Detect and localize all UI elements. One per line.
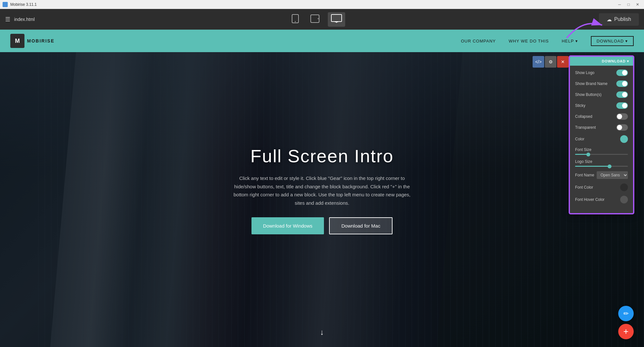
font-hover-color-row: Font Hover Color <box>575 196 628 203</box>
publish-button[interactable]: ☁ Publish <box>599 13 639 26</box>
add-block-fab-button[interactable]: + <box>618 324 634 339</box>
svg-rect-4 <box>331 14 342 22</box>
desktop-device-button[interactable] <box>328 12 345 27</box>
site-nav-links: OUR COMPANY WHY WE DO THIS HELP ▾ DOWNLO… <box>461 36 634 46</box>
logo-size-container: Logo Size <box>575 159 628 167</box>
font-size-track[interactable] <box>575 154 628 155</box>
logo-size-track[interactable] <box>575 166 628 167</box>
font-hover-color-swatch[interactable] <box>620 196 628 203</box>
download-mac-button[interactable]: Download for Mac <box>329 217 393 234</box>
publish-label: Publish <box>614 16 631 22</box>
show-logo-label: Show Logo <box>575 70 594 75</box>
close-button[interactable]: ✕ <box>634 1 641 8</box>
svg-point-1 <box>295 21 296 22</box>
svg-point-3 <box>317 18 318 19</box>
delete-button[interactable]: ✕ <box>557 56 569 68</box>
publish-cloud-icon: ☁ <box>607 16 612 23</box>
show-buttons-toggle[interactable] <box>616 91 628 98</box>
code-icon: </> <box>535 59 542 64</box>
nav-link-why[interactable]: WHY WE DO THIS <box>509 39 549 43</box>
main-area: M MOBIRISE OUR COMPANY WHY WE DO THIS HE… <box>0 30 644 347</box>
edit-fab-button[interactable]: ✏ <box>618 306 634 321</box>
title-bar-left: Mobirise 3.11.1 <box>3 2 37 7</box>
settings-panel-header: DOWNLOAD ▾ <box>570 57 633 66</box>
show-buttons-label: Show Button(s) <box>575 92 601 97</box>
show-brand-label: Show Brand Name <box>575 81 608 86</box>
font-name-row: Font Name Open Sans Roboto Lato Montserr… <box>575 171 628 179</box>
show-logo-toggle[interactable] <box>616 70 628 76</box>
transparent-row: Transparent <box>575 124 628 131</box>
sticky-toggle[interactable] <box>616 102 628 109</box>
font-name-label: Font Name <box>575 173 594 177</box>
collapsed-toggle-knob <box>617 114 622 119</box>
logo-size-fill <box>575 166 610 167</box>
toolbar-center <box>289 12 345 27</box>
show-buttons-row: Show Button(s) <box>575 91 628 98</box>
website-preview: M MOBIRISE OUR COMPANY WHY WE DO THIS HE… <box>0 30 644 347</box>
font-hover-color-label: Font Hover Color <box>575 197 604 202</box>
app-icon <box>3 2 8 7</box>
mobile-device-button[interactable] <box>289 12 302 27</box>
scroll-arrow-icon: ↓ <box>320 328 324 336</box>
logo-letter: M <box>15 38 20 44</box>
brand-name: MOBIRISE <box>27 38 54 43</box>
collapsed-label: Collapsed <box>575 114 592 119</box>
show-brand-row: Show Brand Name <box>575 80 628 87</box>
show-logo-row: Show Logo <box>575 70 628 76</box>
show-brand-toggle-knob <box>622 81 627 86</box>
site-logo-area: M MOBIRISE <box>10 34 54 48</box>
hamburger-icon[interactable]: ☰ <box>5 16 10 23</box>
app-toolbar: ☰ index.html ☁ Publish <box>0 9 644 30</box>
hero-section: Full Screen Intro Click any text to edit… <box>0 52 644 347</box>
nav-download-button[interactable]: DOWNLOAD ▾ <box>591 36 634 46</box>
app-title: Mobirise 3.11.1 <box>10 2 37 7</box>
font-size-thumb[interactable] <box>586 153 590 156</box>
toolbar-right: ☁ Publish <box>599 13 639 26</box>
show-logo-toggle-knob <box>622 70 627 75</box>
logo-size-label: Logo Size <box>575 159 628 164</box>
collapsed-row: Collapsed <box>575 113 628 120</box>
font-size-label: Font Size <box>575 147 628 152</box>
sticky-toggle-knob <box>622 103 627 108</box>
site-logo: M <box>10 34 24 48</box>
font-color-row: Font Color <box>575 183 628 191</box>
transparent-toggle[interactable] <box>616 124 628 131</box>
color-label: Color <box>575 137 584 141</box>
hero-subtitle[interactable]: Click any text to edit or style it. Clic… <box>232 174 412 207</box>
panel-toolbar: </> ⚙ ✕ <box>533 56 569 68</box>
settings-button[interactable]: ⚙ <box>545 56 556 68</box>
nav-link-help[interactable]: HELP ▾ <box>562 39 578 43</box>
gear-icon: ⚙ <box>549 59 553 64</box>
edit-icon: ✏ <box>623 310 629 317</box>
logo-size-thumb[interactable] <box>608 164 611 168</box>
font-color-label: Font Color <box>575 185 593 190</box>
font-size-container: Font Size <box>575 147 628 155</box>
code-editor-button[interactable]: </> <box>533 56 544 68</box>
title-bar-controls[interactable]: ─ □ ✕ <box>616 1 641 8</box>
title-bar: Mobirise 3.11.1 ─ □ ✕ <box>0 0 644 9</box>
minimize-button[interactable]: ─ <box>616 1 623 8</box>
scroll-indicator: ↓ <box>320 328 324 337</box>
show-buttons-toggle-knob <box>622 92 627 97</box>
hero-title[interactable]: Full Screen Intro <box>251 145 394 166</box>
toolbar-left: ☰ index.html <box>5 16 35 23</box>
file-name: index.html <box>14 17 35 22</box>
transparent-toggle-knob <box>617 125 622 130</box>
transparent-label: Transparent <box>575 125 596 130</box>
hero-content: Full Screen Intro Click any text to edit… <box>232 145 412 254</box>
download-bar-text: DOWNLOAD ▾ <box>602 59 629 63</box>
maximize-button[interactable]: □ <box>625 1 632 8</box>
collapsed-toggle[interactable] <box>616 113 628 120</box>
font-name-select[interactable]: Open Sans Roboto Lato Montserrat <box>597 171 628 179</box>
color-row: Color <box>575 135 628 143</box>
show-brand-toggle[interactable] <box>616 80 628 87</box>
color-swatch[interactable] <box>620 135 628 143</box>
hero-buttons: Download for Windows Download for Mac <box>251 217 393 234</box>
tablet-device-button[interactable] <box>307 13 323 26</box>
delete-icon: ✕ <box>561 59 565 64</box>
font-color-swatch[interactable] <box>620 183 628 191</box>
sticky-label: Sticky <box>575 103 585 108</box>
download-windows-button[interactable]: Download for Windows <box>251 217 324 234</box>
settings-panel: DOWNLOAD ▾ Show Logo Show Brand Name Sho… <box>569 56 634 214</box>
nav-link-company[interactable]: OUR COMPANY <box>461 39 496 43</box>
